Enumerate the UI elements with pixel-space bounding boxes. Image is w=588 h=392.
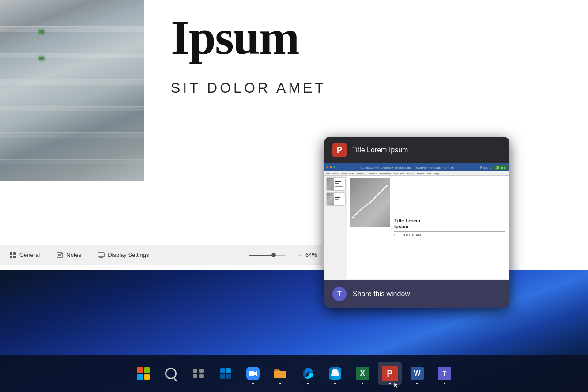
excel-icon: X — [354, 366, 370, 381]
taskbar-item-excel[interactable]: X — [351, 362, 374, 385]
statusbar-display-label: Display Settings — [108, 252, 149, 258]
widgets-icon — [218, 366, 234, 381]
staircase-background — [0, 0, 144, 181]
svg-rect-7 — [98, 253, 104, 257]
svg-rect-18 — [249, 371, 254, 376]
svg-rect-13 — [199, 374, 204, 378]
files-icon — [272, 366, 288, 381]
slide-image-panel — [0, 0, 144, 181]
preview-popup: P Title Lorem Ipsum AutoSave ● ↑ Untitle… — [324, 137, 509, 308]
task-view-icon — [190, 366, 206, 381]
mini-slide-subtitle: SIT DOLOR AMET — [394, 234, 505, 237]
edge-icon — [300, 366, 316, 381]
statusbar-notes-label: Notes — [66, 252, 81, 258]
taskbar-dot-powerpoint — [389, 383, 391, 384]
mini-menubar: File Home Insert Draw Design Transitions… — [324, 171, 509, 176]
preview-powerpoint-icon: P — [332, 143, 347, 157]
taskbar-dot-zoom — [252, 383, 254, 384]
share-window-label: Share this window — [353, 290, 410, 298]
word-icon: W — [409, 366, 425, 381]
mini-ppt-body: Title LoremIpsum SIT DOLOR AMET — [324, 176, 509, 279]
svg-rect-17 — [226, 374, 231, 379]
powerpoint-icon: P — [382, 366, 398, 381]
slide-subtitle: SIT DOLOR AMET — [171, 80, 562, 96]
slide-divider — [171, 71, 562, 71]
mini-slide-divider-line — [394, 231, 505, 232]
statusbar-general-label: General — [19, 252, 40, 258]
mini-slide-thumb-2 — [326, 192, 346, 206]
teams-icon: T — [332, 287, 347, 301]
taskbar-item-files[interactable] — [268, 362, 292, 385]
taskbar-item-zoom[interactable] — [241, 362, 265, 385]
cursor-indicator — [393, 377, 400, 383]
mini-slide-content: Title LoremIpsum SIT DOLOR AMET — [392, 178, 506, 276]
taskbar-dot-files — [279, 383, 281, 384]
taskbar-item-edge[interactable] — [296, 362, 320, 385]
taskbar-dot-word — [416, 383, 418, 384]
taskbar-item-teams[interactable]: T — [433, 362, 456, 385]
svg-rect-11 — [199, 369, 204, 373]
slide-title: Ipsum — [171, 13, 562, 62]
statusbar-display[interactable]: Display Settings — [94, 249, 152, 261]
search-icon — [163, 366, 179, 381]
mini-slide-title: Title LoremIpsum — [394, 218, 505, 230]
green-dot-2 — [39, 57, 44, 60]
general-icon — [9, 251, 17, 259]
zoom-bar — [249, 255, 285, 256]
zoom-slider-track[interactable] — [249, 255, 285, 256]
svg-rect-10 — [193, 369, 197, 373]
taskbar-item-widgets[interactable] — [214, 362, 237, 385]
svg-rect-1 — [13, 252, 16, 255]
mini-slide-thumb-1 — [326, 177, 346, 191]
mini-powerpoint: AutoSave ● ↑ Untitled memorandum - Power… — [324, 163, 509, 280]
taskbar-item-store[interactable] — [323, 362, 347, 385]
display-icon — [97, 251, 105, 259]
store-icon — [327, 366, 343, 381]
taskbar-item-word[interactable]: W — [405, 362, 429, 385]
mini-slides-panel — [324, 176, 347, 279]
statusbar-general[interactable]: General — [5, 249, 43, 261]
preview-titlebar: P Title Lorem Ipsum — [324, 137, 509, 163]
zoom-plus[interactable]: + — [298, 251, 302, 259]
preview-window-title: Title Lorem Ipsum — [352, 146, 408, 154]
share-window-button[interactable]: T Share this window — [324, 280, 509, 308]
zoom-controls: — + 64% — [249, 251, 317, 259]
svg-rect-21 — [335, 369, 337, 373]
zoom-app-icon — [245, 366, 261, 381]
notes-icon — [56, 251, 64, 259]
svg-rect-3 — [13, 256, 16, 258]
taskbar-item-start[interactable] — [132, 362, 155, 385]
statusbar-notes[interactable]: Notes — [52, 249, 85, 261]
start-icon — [136, 366, 151, 381]
mini-slide-image — [350, 178, 390, 227]
svg-rect-14 — [220, 368, 225, 373]
svg-rect-20 — [333, 369, 335, 373]
taskbar-item-taskview[interactable] — [186, 362, 210, 385]
svg-rect-2 — [10, 256, 12, 258]
zoom-minus[interactable]: — — [288, 252, 294, 259]
taskbar-item-powerpoint[interactable]: P — [378, 362, 402, 385]
green-dot-1 — [39, 30, 44, 34]
zoom-level[interactable]: 64% — [305, 252, 317, 258]
svg-rect-12 — [193, 374, 197, 378]
svg-rect-15 — [226, 368, 231, 373]
taskbar-dot-edge — [307, 383, 309, 384]
taskbar-item-search[interactable] — [159, 362, 183, 385]
taskbar: X P W T — [0, 355, 588, 392]
ppt-statusbar: General Notes Display Settings — [0, 245, 322, 265]
taskbar-dot-teams — [444, 383, 445, 384]
taskbar-dot-store — [334, 383, 336, 384]
mini-main-slide: Title LoremIpsum SIT DOLOR AMET — [347, 176, 509, 279]
preview-thumbnail[interactable]: AutoSave ● ↑ Untitled memorandum - Power… — [324, 163, 509, 280]
mini-ribbon: AutoSave ● ↑ Untitled memorandum - Power… — [324, 163, 509, 171]
svg-rect-0 — [10, 252, 12, 255]
svg-rect-16 — [220, 374, 225, 379]
mini-statusbar: Slide 1 of 2 English (United States) ♿ A… — [324, 279, 509, 280]
teams-taskbar-icon: T — [437, 366, 452, 381]
taskbar-dot-excel — [362, 383, 363, 384]
